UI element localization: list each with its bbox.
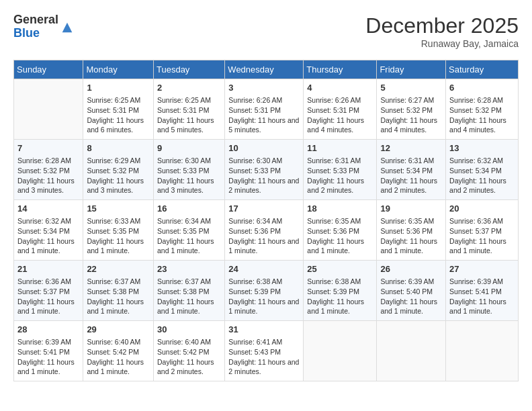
day-number: 19: [380, 203, 442, 215]
calendar-cell: 21 Sunrise: 6:36 AM Sunset: 5:37 PM Dayl…: [14, 261, 83, 321]
daylight-text: Daylight: 11 hours and 1 minute.: [380, 237, 437, 255]
calendar-cell: 25 Sunrise: 6:38 AM Sunset: 5:39 PM Dayl…: [304, 261, 377, 321]
daylight-text: Daylight: 11 hours and 3 minutes.: [87, 177, 144, 195]
sunset-text: Sunset: 5:39 PM: [228, 287, 281, 295]
daylight-text: Daylight: 11 hours and 1 minute.: [307, 298, 364, 316]
sunrise-text: Sunrise: 6:32 AM: [17, 217, 71, 225]
calendar-cell: 7 Sunrise: 6:28 AM Sunset: 5:32 PM Dayli…: [14, 140, 83, 200]
daylight-text: Daylight: 11 hours and 1 minute.: [157, 237, 214, 255]
sunrise-text: Sunrise: 6:33 AM: [87, 217, 140, 225]
daylight-text: Daylight: 11 hours and 2 minutes.: [307, 177, 364, 195]
sunrise-text: Sunrise: 6:28 AM: [17, 156, 71, 165]
sunset-text: Sunset: 5:31 PM: [228, 106, 281, 114]
daylight-text: Daylight: 11 hours and 1 minute.: [87, 237, 144, 255]
daylight-text: Daylight: 11 hours and 1 minute.: [87, 298, 144, 316]
sunset-text: Sunset: 5:42 PM: [157, 348, 210, 356]
weekday-header: Saturday: [446, 60, 519, 79]
sunset-text: Sunset: 5:33 PM: [228, 167, 281, 175]
calendar-cell: 2 Sunrise: 6:25 AM Sunset: 5:31 PM Dayli…: [153, 79, 224, 140]
day-number: 27: [449, 263, 515, 275]
calendar-cell: 31 Sunrise: 6:41 AM Sunset: 5:43 PM Dayl…: [225, 321, 304, 381]
weekday-header: Wednesday: [225, 60, 304, 79]
sunset-text: Sunset: 5:34 PM: [380, 167, 433, 175]
calendar-cell: 13 Sunrise: 6:32 AM Sunset: 5:34 PM Dayl…: [446, 140, 519, 200]
calendar-cell: 12 Sunrise: 6:31 AM Sunset: 5:34 PM Dayl…: [377, 140, 446, 200]
calendar-cell: 17 Sunrise: 6:34 AM Sunset: 5:36 PM Dayl…: [225, 200, 304, 261]
logo-blue-text: Blue: [13, 27, 58, 40]
sunset-text: Sunset: 5:31 PM: [157, 106, 210, 114]
day-number: 15: [87, 203, 150, 215]
day-number: 7: [17, 142, 79, 154]
sunset-text: Sunset: 5:33 PM: [157, 167, 210, 175]
day-number: 17: [228, 203, 300, 215]
daylight-text: Daylight: 11 hours and 3 minutes.: [17, 177, 75, 195]
daylight-text: Daylight: 11 hours and 1 minute.: [17, 237, 75, 255]
calendar-week-row: 1 Sunrise: 6:25 AM Sunset: 5:31 PM Dayli…: [14, 79, 519, 140]
daylight-text: Daylight: 11 hours and 1 minute.: [380, 298, 437, 316]
calendar-week-row: 14 Sunrise: 6:32 AM Sunset: 5:34 PM Dayl…: [14, 200, 519, 261]
sunrise-text: Sunrise: 6:36 AM: [449, 217, 503, 225]
day-number: 25: [307, 263, 373, 275]
sunset-text: Sunset: 5:42 PM: [87, 348, 139, 356]
day-number: 2: [157, 82, 221, 94]
sunrise-text: Sunrise: 6:27 AM: [380, 96, 434, 104]
day-number: 31: [228, 324, 300, 336]
calendar-cell: 15 Sunrise: 6:33 AM Sunset: 5:35 PM Dayl…: [83, 200, 154, 261]
sunrise-text: Sunrise: 6:39 AM: [17, 338, 71, 346]
day-number: 5: [380, 82, 442, 94]
month-title: December 2025: [365, 13, 519, 38]
sunrise-text: Sunrise: 6:26 AM: [307, 96, 361, 104]
daylight-text: Daylight: 11 hours and 2 minutes.: [380, 177, 437, 195]
calendar-cell: [377, 321, 446, 381]
calendar-table: SundayMondayTuesdayWednesdayThursdayFrid…: [13, 60, 519, 381]
weekday-header: Thursday: [304, 60, 377, 79]
sunrise-text: Sunrise: 6:35 AM: [380, 217, 434, 225]
calendar-week-row: 21 Sunrise: 6:36 AM Sunset: 5:37 PM Dayl…: [14, 261, 519, 321]
sunrise-text: Sunrise: 6:25 AM: [87, 96, 140, 104]
daylight-text: Daylight: 11 hours and 4 minutes.: [449, 116, 506, 134]
sunrise-text: Sunrise: 6:36 AM: [17, 277, 71, 285]
sunrise-text: Sunrise: 6:39 AM: [449, 277, 503, 285]
logo-general-text: General: [13, 13, 58, 27]
sunrise-text: Sunrise: 6:41 AM: [228, 338, 282, 346]
daylight-text: Daylight: 11 hours and 2 minutes.: [449, 177, 506, 195]
day-number: 14: [17, 203, 79, 215]
daylight-text: Daylight: 11 hours and 2 minutes.: [228, 177, 299, 195]
daylight-text: Daylight: 11 hours and 2 minutes.: [228, 358, 299, 376]
calendar-cell: [304, 321, 377, 381]
day-number: 22: [87, 263, 150, 275]
calendar-cell: 3 Sunrise: 6:26 AM Sunset: 5:31 PM Dayli…: [225, 79, 304, 140]
day-number: 28: [17, 324, 79, 336]
calendar-cell: 20 Sunrise: 6:36 AM Sunset: 5:37 PM Dayl…: [446, 200, 519, 261]
day-number: 1: [87, 82, 150, 94]
daylight-text: Daylight: 11 hours and 1 minute.: [17, 358, 75, 376]
sunrise-text: Sunrise: 6:31 AM: [307, 156, 361, 165]
sunset-text: Sunset: 5:36 PM: [307, 227, 359, 235]
sunset-text: Sunset: 5:32 PM: [449, 106, 502, 114]
sunrise-text: Sunrise: 6:40 AM: [157, 338, 211, 346]
logo: General Blue: [13, 13, 75, 40]
calendar-cell: 29 Sunrise: 6:40 AM Sunset: 5:42 PM Dayl…: [83, 321, 154, 381]
sunset-text: Sunset: 5:38 PM: [157, 287, 210, 295]
calendar-cell: 28 Sunrise: 6:39 AM Sunset: 5:41 PM Dayl…: [14, 321, 83, 381]
daylight-text: Daylight: 11 hours and 1 minute.: [449, 237, 506, 255]
sunset-text: Sunset: 5:33 PM: [307, 167, 359, 175]
sunrise-text: Sunrise: 6:25 AM: [157, 96, 211, 104]
sunrise-text: Sunrise: 6:30 AM: [157, 156, 211, 165]
calendar-cell: 19 Sunrise: 6:35 AM Sunset: 5:36 PM Dayl…: [377, 200, 446, 261]
calendar-cell: 30 Sunrise: 6:40 AM Sunset: 5:42 PM Dayl…: [153, 321, 224, 381]
sunset-text: Sunset: 5:40 PM: [380, 287, 433, 295]
sunrise-text: Sunrise: 6:31 AM: [380, 156, 434, 165]
sunset-text: Sunset: 5:35 PM: [157, 227, 210, 235]
daylight-text: Daylight: 11 hours and 1 minute.: [449, 298, 506, 316]
daylight-text: Daylight: 11 hours and 1 minute.: [157, 298, 214, 316]
sunrise-text: Sunrise: 6:37 AM: [87, 277, 140, 285]
sunset-text: Sunset: 5:35 PM: [87, 227, 139, 235]
weekday-header: Friday: [377, 60, 446, 79]
calendar-cell: [446, 321, 519, 381]
calendar-cell: 8 Sunrise: 6:29 AM Sunset: 5:32 PM Dayli…: [83, 140, 154, 200]
calendar-cell: 5 Sunrise: 6:27 AM Sunset: 5:32 PM Dayli…: [377, 79, 446, 140]
calendar-cell: 11 Sunrise: 6:31 AM Sunset: 5:33 PM Dayl…: [304, 140, 377, 200]
calendar-cell: 27 Sunrise: 6:39 AM Sunset: 5:41 PM Dayl…: [446, 261, 519, 321]
sunset-text: Sunset: 5:41 PM: [17, 348, 70, 356]
